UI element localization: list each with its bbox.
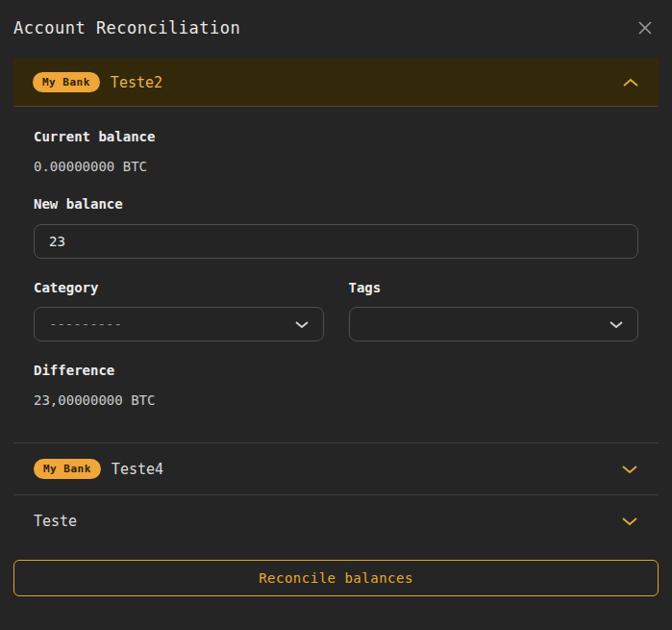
accordion-header-teste2[interactable]: My Bank Teste2 bbox=[13, 59, 659, 107]
accordion-header-teste4-left: My Bank Teste4 bbox=[34, 459, 163, 479]
dialog-title: Account Reconciliation bbox=[13, 16, 240, 39]
bank-badge: My Bank bbox=[33, 72, 100, 92]
tags-label: Tags bbox=[349, 280, 639, 296]
chevron-down-icon bbox=[621, 465, 638, 474]
tags-select[interactable] bbox=[349, 307, 639, 341]
reconcile-balances-button[interactable]: Reconcile balances bbox=[13, 560, 659, 596]
accordion-header-teste2-left: My Bank Teste2 bbox=[33, 72, 162, 92]
dialog-footer: Reconcile balances bbox=[13, 560, 659, 596]
account-accordion-group: My Bank Teste2 Current balance 0.0000000… bbox=[13, 59, 659, 546]
bank-badge: My Bank bbox=[34, 459, 101, 479]
account-name: Teste2 bbox=[111, 74, 162, 91]
chevron-down-icon bbox=[609, 320, 624, 329]
accordion-header-teste[interactable]: Teste bbox=[13, 494, 659, 546]
chevron-down-icon bbox=[621, 517, 638, 526]
accordion-body-teste2: Current balance 0.00000000 BTC New balan… bbox=[13, 107, 659, 442]
accordion-header-teste4[interactable]: My Bank Teste4 bbox=[13, 442, 659, 494]
close-button[interactable] bbox=[634, 16, 657, 39]
dialog-header: Account Reconciliation bbox=[0, 0, 672, 41]
difference-value: 23,00000000 BTC bbox=[34, 392, 638, 409]
account-name: Teste bbox=[34, 513, 77, 530]
chevron-down-icon bbox=[294, 320, 310, 329]
category-select[interactable]: --------- bbox=[34, 307, 324, 341]
category-selected-value: --------- bbox=[49, 316, 122, 332]
new-balance-label: New balance bbox=[34, 196, 638, 213]
category-label: Category bbox=[34, 280, 324, 296]
accordion-header-teste-left: Teste bbox=[34, 513, 77, 530]
new-balance-input[interactable] bbox=[34, 224, 638, 259]
current-balance-label: Current balance bbox=[34, 129, 638, 145]
close-icon bbox=[637, 20, 653, 36]
chevron-up-icon bbox=[622, 78, 639, 88]
difference-label: Difference bbox=[34, 363, 638, 379]
current-balance-value: 0.00000000 BTC bbox=[34, 159, 638, 175]
account-name: Teste4 bbox=[112, 461, 163, 478]
